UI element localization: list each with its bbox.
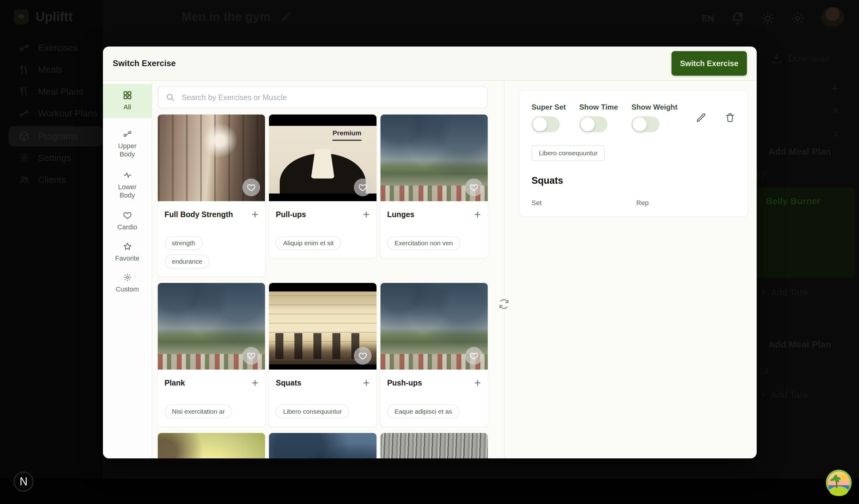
category-label: Lower Body: [110, 183, 144, 200]
selected-exercise-name: Squats: [531, 175, 736, 186]
add-exercise-icon[interactable]: +: [252, 377, 258, 388]
super-set-control: Super Set: [531, 103, 566, 132]
panel-actions: [696, 103, 736, 123]
island-palm-icon[interactable]: [825, 469, 852, 496]
selected-exercise-panel: Super Set Show Time Show Weight: [504, 81, 757, 458]
card-body: Push-ups + Eaque adipisci et as: [380, 370, 488, 427]
super-set-toggle[interactable]: [531, 116, 560, 132]
favorite-heart-button[interactable]: [242, 347, 260, 365]
category-upper-body[interactable]: Upper Body: [103, 128, 152, 159]
add-meal-plan-label: Add Meal Plan: [768, 339, 831, 350]
show-time-toggle[interactable]: [579, 116, 607, 132]
show-weight-toggle[interactable]: [631, 116, 660, 132]
sidebar-item-label: Clients: [38, 174, 66, 185]
dumbbell-icon: [19, 43, 29, 53]
close-icon: ×: [832, 104, 839, 117]
sidebar-item-settings: Settings: [0, 149, 103, 167]
exercise-card-full-body-strength[interactable]: Full Body Strength + strength endurance: [158, 114, 265, 276]
exercise-tag: strength: [165, 236, 202, 250]
favorite-heart-button[interactable]: [354, 347, 372, 365]
switch-exercise-modal: Switch Exercise Switch Exercise All Uppe…: [103, 47, 757, 458]
favorite-heart-button[interactable]: [465, 179, 483, 196]
logo-icon: [14, 9, 29, 25]
exercise-tag: Nisi exercitation ar: [165, 404, 232, 418]
tag-list: Exercitation non ven: [387, 236, 481, 250]
exercise-title: Push-ups: [387, 379, 422, 387]
page-title-row: Men in the gym: [181, 10, 291, 24]
category-favorite[interactable]: Favorite: [103, 242, 152, 263]
image-caption: Premium: [332, 129, 361, 141]
cube-icon: [19, 131, 29, 141]
exercise-card-push-ups[interactable]: Push-ups + Eaque adipisci et as: [380, 283, 488, 427]
exercise-image: [158, 114, 265, 201]
switch-exercise-button[interactable]: Switch Exercise: [672, 51, 747, 76]
sidebar-item-meal-plans: Meal Plans: [0, 83, 103, 101]
logo-text: Upliftt: [35, 10, 73, 24]
trash-icon[interactable]: [724, 112, 736, 123]
add-exercise-icon[interactable]: +: [474, 209, 481, 220]
program-card-belly-burner: Belly Burner: [748, 187, 855, 278]
add-task-button: + Add Task: [761, 390, 809, 400]
heart-icon: [358, 183, 367, 192]
letterbox-bar: [269, 364, 376, 370]
download-label: Download: [788, 53, 829, 64]
add-task-label: Add Task: [771, 390, 809, 400]
exercise-card-plank[interactable]: Plank + Nisi exercitation ar: [158, 283, 265, 427]
screen: Upliftt Exercises Meals Meal Plans Worko…: [0, 0, 859, 504]
category-label: Upper Body: [110, 142, 144, 158]
exercise-card-lunges[interactable]: Lunges + Exercitation non ven: [380, 114, 488, 258]
search-input[interactable]: [181, 93, 480, 102]
category-label: Cardio: [117, 223, 137, 231]
exercise-image: [158, 433, 265, 458]
exercise-title: Plank: [165, 379, 185, 387]
favorite-heart-button[interactable]: [354, 179, 372, 196]
heart-icon: [469, 351, 479, 361]
exercise-card[interactable]: [158, 433, 265, 458]
exercise-tag: Eaque adipisci et as: [387, 404, 459, 418]
category-cardio[interactable]: Cardio: [103, 211, 152, 231]
heart-icon: [469, 183, 479, 192]
program-card-title: Belly Burner: [766, 196, 820, 207]
exercise-image: [380, 114, 488, 201]
grid-icon: [123, 91, 132, 100]
heart-icon: [358, 351, 367, 361]
bottom-band: [0, 478, 859, 504]
add-exercise-icon[interactable]: +: [363, 377, 370, 388]
add-exercise-icon[interactable]: +: [474, 377, 481, 388]
exercise-image: [269, 283, 376, 370]
search-bar[interactable]: [158, 86, 488, 108]
bell-icon: [730, 11, 745, 26]
edit-pencil-icon[interactable]: [696, 112, 707, 123]
exercise-grid: Full Body Strength + strength endurance: [158, 114, 488, 458]
refresh-button[interactable]: [495, 295, 513, 313]
exercise-title: Lunges: [387, 210, 415, 219]
category-lower-body[interactable]: Lower Body: [103, 170, 152, 200]
modal-header: Switch Exercise Switch Exercise: [103, 47, 757, 81]
sidebar-item-meals: Meals: [0, 61, 103, 78]
add-exercise-icon[interactable]: +: [252, 209, 258, 220]
exercise-image: [380, 283, 488, 370]
sidebar-item-workout-plans: Workout Plans: [0, 104, 103, 122]
search-icon: [166, 93, 175, 102]
tag-list: Aliquip enim et sit: [276, 236, 370, 250]
favorite-heart-button[interactable]: [242, 179, 260, 196]
category-all[interactable]: All: [103, 84, 152, 118]
exercise-browser: Full Body Strength + strength endurance: [152, 81, 504, 458]
exercise-card[interactable]: [269, 433, 376, 458]
exercise-card-pull-ups[interactable]: Premium Pull-ups +: [269, 114, 376, 258]
add-exercise-icon[interactable]: +: [363, 209, 370, 220]
dev-badge[interactable]: N: [14, 472, 34, 492]
exercise-card-squats[interactable]: Squats + Libero consequuntur: [269, 283, 376, 427]
card-body: Pull-ups + Aliquip enim et sit: [269, 201, 376, 258]
toggle-label: Show Weight: [631, 103, 677, 111]
exercise-tag: endurance: [165, 255, 210, 269]
modal-title: Switch Exercise: [113, 59, 176, 68]
edit-pencil-icon: [281, 12, 291, 22]
category-custom[interactable]: Custom: [103, 273, 152, 294]
exercise-card[interactable]: [380, 433, 488, 458]
utensils-icon: [19, 64, 29, 75]
heart-icon: [246, 183, 256, 192]
card-body: Lunges + Exercitation non ven: [380, 201, 488, 258]
favorite-heart-button[interactable]: [465, 347, 483, 365]
sidebar-item-label: Exercises: [38, 43, 78, 53]
